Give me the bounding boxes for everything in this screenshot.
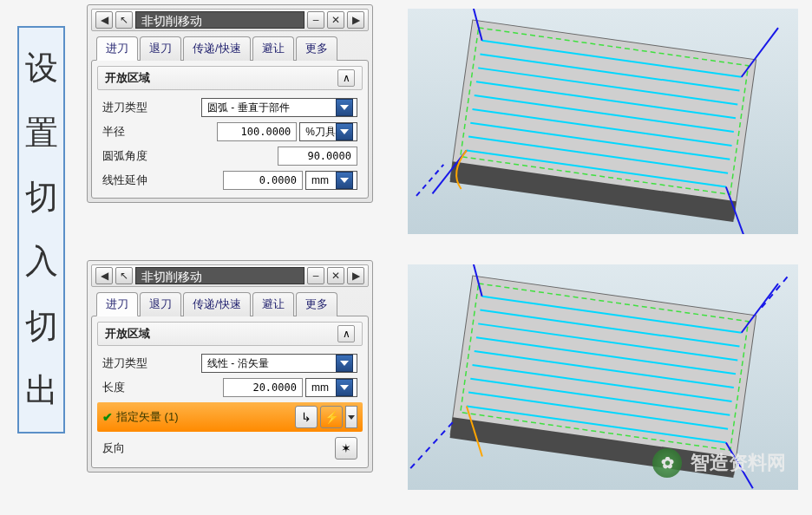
dropdown-icon[interactable]	[336, 355, 353, 372]
dialog-titlebar: ◀ ↖ 非切削移动 – ✕ ▶	[91, 9, 369, 31]
collapse-icon[interactable]: ∧	[337, 69, 355, 87]
length-unit-select[interactable]: mm	[305, 378, 357, 397]
engage-type-select[interactable]: 圆弧 - 垂直于部件	[201, 98, 357, 117]
tab-more[interactable]: 更多	[296, 36, 337, 61]
cursor-icon[interactable]: ↖	[115, 11, 133, 29]
dialog-title: 非切削移动	[135, 11, 304, 29]
length-unit: mm	[311, 381, 329, 394]
radius-unit: %刀具	[305, 125, 336, 140]
linear-extend-unit: mm	[311, 174, 329, 186]
tab-retract[interactable]: 退刀	[140, 36, 181, 61]
side-char: 入	[25, 244, 58, 280]
reverse-label: 反向	[102, 440, 125, 456]
length-label: 长度	[102, 380, 125, 395]
side-char: 出	[25, 373, 58, 409]
engage-type-value: 圆弧 - 垂直于部件	[207, 101, 290, 115]
tab-panel: 开放区域 ∧ 进刀类型 圆弧 - 垂直于部件 半径 %刀具	[91, 60, 369, 199]
tab-more[interactable]: 更多	[296, 292, 337, 316]
dropdown-icon[interactable]	[336, 379, 353, 396]
toolpath-visual	[408, 9, 798, 234]
dialog-title: 非切削移动	[135, 267, 304, 284]
radius-label: 半径	[102, 124, 125, 140]
svg-line-16	[416, 161, 443, 199]
length-input[interactable]	[223, 378, 303, 397]
tab-transfer[interactable]: 传递/快速	[183, 36, 251, 61]
section-header[interactable]: 开放区域 ∧	[97, 66, 363, 90]
side-char: 设	[25, 50, 58, 87]
arc-angle-input[interactable]	[278, 147, 357, 166]
engage-type-select[interactable]: 线性 - 沿矢量	[201, 354, 357, 373]
viewport-top[interactable]	[408, 9, 798, 234]
section-header[interactable]: 开放区域 ∧	[97, 322, 363, 346]
linear-extend-unit-select[interactable]: mm	[305, 171, 357, 190]
engage-type-label: 进刀类型	[102, 100, 147, 115]
prev-button[interactable]: ◀	[95, 11, 113, 29]
side-char: 切	[25, 179, 58, 216]
linear-extend-input[interactable]	[223, 171, 303, 190]
watermark-text: 智造资料网	[691, 450, 786, 476]
svg-line-34	[762, 273, 788, 310]
engage-type-label: 进刀类型	[102, 355, 147, 371]
radius-input[interactable]	[217, 122, 297, 141]
tab-bar: 进刀 退刀 传递/快速 避让 更多	[91, 292, 369, 316]
side-title-panel: 设 置 切 入 切 出	[17, 26, 65, 434]
tab-engage[interactable]: 进刀	[96, 36, 138, 61]
reverse-button[interactable]: ✶	[335, 437, 357, 460]
radius-unit-select[interactable]: %刀具	[299, 122, 357, 141]
section-title: 开放区域	[105, 326, 150, 342]
minimize-button[interactable]: –	[307, 267, 324, 284]
tab-avoid[interactable]: 避让	[252, 292, 294, 316]
collapse-icon[interactable]: ∧	[337, 325, 355, 342]
tab-transfer[interactable]: 传递/快速	[183, 292, 251, 316]
side-char: 切	[25, 309, 58, 345]
check-icon: ✔	[102, 410, 113, 424]
vector-dropdown[interactable]	[345, 406, 357, 428]
arc-angle-label: 圆弧角度	[102, 148, 147, 164]
noncutting-moves-dialog: ◀ ↖ 非切削移动 – ✕ ▶ 进刀 退刀 传递/快速 避让 更多 开放区域 ∧…	[87, 260, 373, 473]
close-button[interactable]: ✕	[327, 267, 344, 284]
prev-button[interactable]: ◀	[95, 267, 113, 284]
dialog-titlebar: ◀ ↖ 非切削移动 – ✕ ▶	[91, 264, 369, 287]
linear-extend-label: 线性延伸	[102, 173, 147, 188]
section-title: 开放区域	[105, 70, 150, 86]
tab-retract[interactable]: 退刀	[140, 292, 181, 316]
watermark: ✿ 智造资料网	[652, 448, 786, 478]
cursor-icon[interactable]: ↖	[115, 267, 133, 284]
viewport-bottom[interactable]: ✿ 智造资料网	[408, 264, 798, 490]
tab-avoid[interactable]: 避让	[252, 36, 294, 61]
next-button[interactable]: ▶	[347, 11, 364, 29]
noncutting-moves-dialog: ◀ ↖ 非切削移动 – ✕ ▶ 进刀 退刀 传递/快速 避让 更多 开放区域 ∧…	[87, 4, 373, 203]
tab-engage[interactable]: 进刀	[96, 292, 138, 316]
tab-panel: 开放区域 ∧ 进刀类型 线性 - 沿矢量 长度 mm	[91, 316, 369, 468]
dropdown-icon[interactable]	[336, 99, 353, 116]
vector-inferred-button[interactable]: ⚡	[320, 406, 343, 428]
dropdown-icon[interactable]	[336, 123, 353, 140]
vector-dialog-button[interactable]: ↳	[295, 406, 318, 428]
tab-bar: 进刀 退刀 传递/快速 避让 更多	[91, 36, 369, 61]
next-button[interactable]: ▶	[347, 267, 364, 284]
engage-type-value: 线性 - 沿矢量	[207, 356, 269, 371]
specify-vector-label: ✔ 指定矢量 (1)	[102, 409, 179, 425]
wechat-icon: ✿	[652, 448, 682, 478]
close-button[interactable]: ✕	[327, 11, 344, 29]
side-char: 置	[25, 115, 58, 152]
dropdown-icon[interactable]	[336, 172, 353, 189]
svg-line-32	[410, 440, 433, 471]
minimize-button[interactable]: –	[307, 11, 324, 29]
